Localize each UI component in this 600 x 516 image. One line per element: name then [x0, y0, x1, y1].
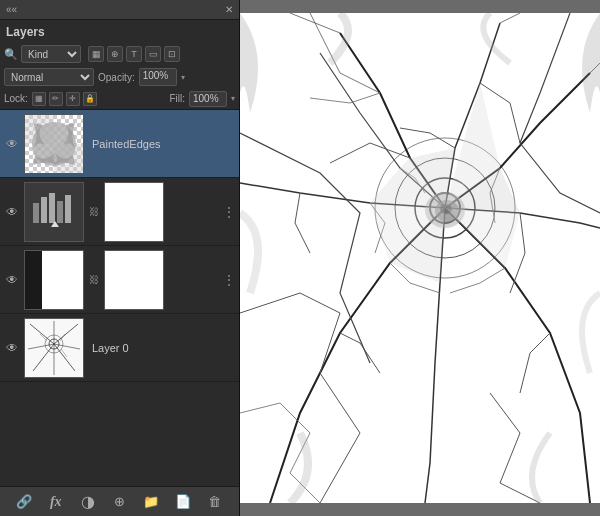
layer-thumbnail — [24, 114, 84, 174]
kind-dropdown[interactable]: Kind — [21, 45, 81, 63]
adjustment-layer-svg — [25, 183, 83, 241]
layer-mask-thumbnail — [104, 250, 164, 310]
broken-glass-canvas — [240, 13, 600, 503]
lock-brush-icon[interactable]: ✏ — [49, 92, 63, 106]
blend-mode-dropdown[interactable]: Normal Multiply Screen — [4, 68, 94, 86]
pixel-filter-icon[interactable]: ▦ — [88, 46, 104, 62]
opacity-arrow[interactable]: ▾ — [181, 73, 185, 82]
layer-name: Layer 0 — [88, 342, 235, 354]
lock-checkered-icon[interactable]: ▦ — [32, 92, 46, 106]
fill-label: Fill: — [169, 93, 185, 104]
svg-rect-5 — [33, 203, 39, 223]
lock-icons: ▦ ✏ ✛ 🔒 — [32, 92, 97, 106]
svg-rect-9 — [65, 195, 71, 223]
opacity-input[interactable]: 100% — [139, 68, 177, 86]
panel-collapse-arrows[interactable]: «« — [6, 4, 17, 15]
panel-close-button[interactable]: ✕ — [225, 4, 233, 15]
panel-title: Layers — [6, 25, 45, 39]
fill-arrow[interactable]: ▾ — [231, 94, 235, 103]
layer-link-icon: ⛓ — [88, 206, 100, 217]
svg-rect-6 — [41, 197, 47, 223]
layers-list: 👁 PaintedEdges 👁 — [0, 110, 239, 486]
link-layers-button[interactable]: 🔗 — [14, 492, 34, 512]
layer-name: PaintedEdges — [88, 138, 235, 150]
painted-edges-svg — [25, 115, 83, 173]
layer-thumbnail — [24, 318, 84, 378]
layer-visibility-icon[interactable]: 👁 — [4, 204, 20, 220]
new-adjustment-layer-button[interactable]: ⊕ — [109, 492, 129, 512]
mask-thumb-white — [105, 183, 163, 241]
layer-row[interactable]: 👁 PaintedEdges — [0, 110, 239, 178]
layer-visibility-icon[interactable]: 👁 — [4, 136, 20, 152]
layer-mask-thumbnail — [104, 182, 164, 242]
filter-icons: ▦ ⊕ T ▭ ⊡ — [88, 46, 180, 62]
smart-filter-icon[interactable]: ⊡ — [164, 46, 180, 62]
layer0-thumb-svg — [25, 319, 83, 377]
layers-panel: «« ✕ Layers 🔍 Kind ▦ ⊕ T ▭ ⊡ Normal Mult… — [0, 0, 240, 516]
lock-row: Lock: ▦ ✏ ✛ 🔒 Fill: 100% ▾ — [0, 88, 239, 110]
delete-layer-button[interactable]: 🗑 — [205, 492, 225, 512]
blend-row: Normal Multiply Screen Opacity: 100% ▾ — [0, 66, 239, 88]
shape-filter-icon[interactable]: ▭ — [145, 46, 161, 62]
layer-link-icon: ⛓ — [88, 274, 100, 285]
new-fill-layer-button[interactable]: ◑ — [78, 492, 98, 512]
lock-all-icon[interactable]: 🔒 — [83, 92, 97, 106]
bw-thumb — [25, 251, 83, 309]
layer-row[interactable]: 👁 ⛓ ⋮ — [0, 178, 239, 246]
mask-thumb-white — [105, 251, 163, 309]
layer-thumbnail — [24, 182, 84, 242]
new-layer-button[interactable]: 📄 — [173, 492, 193, 512]
group-layers-button[interactable]: 📁 — [141, 492, 161, 512]
adjustment-filter-icon[interactable]: ⊕ — [107, 46, 123, 62]
type-filter-icon[interactable]: T — [126, 46, 142, 62]
lock-move-icon[interactable]: ✛ — [66, 92, 80, 106]
panel-topbar: «« ✕ — [0, 0, 239, 20]
layer-options-icon[interactable]: ⋮ — [223, 272, 235, 288]
opacity-label: Opacity: — [98, 72, 135, 83]
svg-rect-8 — [57, 201, 63, 223]
search-icon: 🔍 — [4, 48, 18, 61]
layer-options-icon[interactable]: ⋮ — [223, 204, 235, 220]
panel-title-row: Layers — [0, 20, 239, 42]
layer-effects-button[interactable]: fx — [46, 492, 66, 512]
layer-visibility-icon[interactable]: 👁 — [4, 272, 20, 288]
filter-row: 🔍 Kind ▦ ⊕ T ▭ ⊡ — [0, 42, 239, 66]
canvas-area — [240, 0, 600, 516]
panel-bottom-toolbar: 🔗 fx ◑ ⊕ 📁 📄 🗑 — [0, 486, 239, 516]
layer-row[interactable]: 👁 — [0, 314, 239, 382]
layer-row[interactable]: 👁 ⛓ ⋮ — [0, 246, 239, 314]
layer-thumbnail — [24, 250, 84, 310]
lock-label: Lock: — [4, 93, 28, 104]
layer-visibility-icon[interactable]: 👁 — [4, 340, 20, 356]
fill-input[interactable]: 100% — [189, 91, 227, 107]
svg-rect-7 — [49, 193, 55, 223]
